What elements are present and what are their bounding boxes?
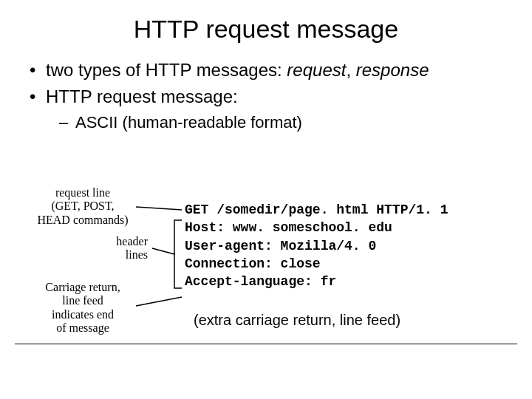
code-line-1: GET /somedir/page. html HTTP/1. 1: [185, 202, 448, 217]
code-line-3: User-agent: Mozilla/4. 0: [185, 239, 376, 253]
divider-line: [15, 344, 517, 344]
extra-crlf-note: (extra carriage return, line feed): [194, 312, 400, 329]
code-line-4: Connection: close: [185, 256, 321, 271]
bracket-lines-icon: [0, 0, 532, 399]
slide: HTTP request message two types of HTTP m…: [0, 0, 532, 399]
code-line-2: Host: www. someschool. edu: [185, 220, 392, 235]
http-code-block: GET /somedir/page. html HTTP/1. 1 Host: …: [185, 201, 448, 290]
code-line-5: Accept-language: fr: [185, 274, 336, 289]
